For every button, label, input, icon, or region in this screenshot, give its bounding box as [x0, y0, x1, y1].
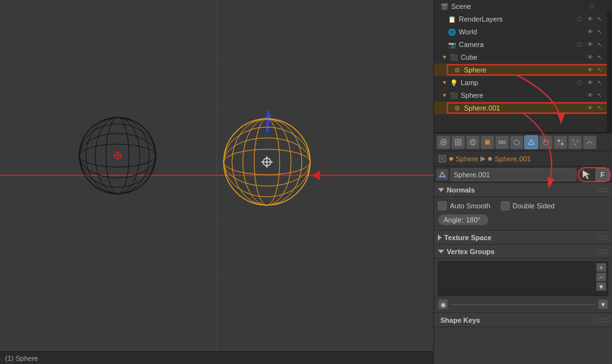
viewport[interactable]: (1) Sphere: [0, 0, 434, 364]
auto-smooth-item[interactable]: Auto Smooth: [438, 201, 491, 210]
eye-icon-sphere001[interactable]: 👁: [585, 104, 594, 112]
cursor-icon-sphere2[interactable]: ↖: [595, 91, 604, 100]
props-btn-particles[interactable]: [568, 135, 582, 149]
outliner-scrollbar[interactable]: [607, 0, 612, 132]
shape-keys-title: Shape Keys: [440, 316, 480, 324]
cube-icon: ⬛: [449, 52, 459, 62]
svg-text:⬡: ⬡: [590, 4, 594, 10]
vertex-groups-header[interactable]: Vertex Groups ::::: [434, 245, 612, 259]
eye-icon-renderlayers[interactable]: 👁: [585, 15, 594, 24]
eye-icon-camera[interactable]: 👁: [585, 40, 594, 49]
outliner-item-world[interactable]: 🌐 World 👁 ↖: [434, 25, 612, 38]
props-btn-data[interactable]: [524, 135, 538, 149]
props-btn-textures[interactable]: [554, 135, 568, 149]
cursor-icon-camera[interactable]: ↖: [595, 40, 604, 49]
vertex-groups-triangle: [438, 250, 444, 253]
outliner-camera-label: Camera: [459, 41, 575, 48]
sphere2-triangle: ▼: [442, 92, 447, 98]
props-btn-world[interactable]: [466, 135, 480, 149]
props-btn-scene[interactable]: [451, 135, 465, 149]
vertex-groups-bottom: ◉ ▼: [438, 299, 608, 310]
grid-line: [0, 222, 433, 223]
icon-camera-extra[interactable]: ⬡: [575, 40, 584, 49]
texture-space-triangle: [438, 234, 442, 241]
auto-smooth-checkbox[interactable]: [438, 201, 447, 210]
grid-line: [324, 0, 325, 364]
sphere001-mesh-icon: ⚙: [452, 103, 462, 113]
blender-logo: ⬡: [584, 0, 612, 11]
eye-icon-cube[interactable]: 👁: [585, 53, 594, 62]
eye-icon-lamp[interactable]: 👁: [585, 78, 594, 87]
angle-field[interactable]: Angle: 180°: [438, 214, 489, 226]
outliner-item-sphere2[interactable]: ▼ ⬛ Sphere 👁 ↖: [434, 89, 612, 102]
grid-line: [0, 64, 433, 64]
cursor-icon-sphere[interactable]: ↖: [595, 65, 604, 74]
svg-rect-25: [456, 140, 459, 144]
breadcrumb-arrow: ▶: [480, 154, 486, 163]
name-field-row: F: [434, 166, 612, 183]
shape-keys-header[interactable]: Shape Keys ::::: [434, 313, 612, 327]
outliner-world-label: World: [459, 28, 585, 36]
vg-funnel-btn[interactable]: ▼: [598, 299, 608, 309]
grid-line: [0, 111, 433, 112]
icon-lamp-extra[interactable]: ⬡: [575, 78, 584, 87]
svg-point-26: [470, 139, 476, 145]
cursor-icon-lamp[interactable]: ↖: [595, 78, 604, 87]
svg-rect-35: [558, 139, 560, 141]
name-input[interactable]: [451, 168, 576, 181]
eye-icon-sphere[interactable]: 👁: [585, 65, 594, 74]
grid-line: [0, 273, 433, 274]
angle-row: Angle: 180°: [438, 212, 608, 227]
svg-rect-36: [561, 139, 563, 141]
svg-point-29: [499, 140, 501, 143]
props-btn-constraints[interactable]: [495, 135, 509, 149]
svg-point-30: [502, 140, 505, 143]
vg-special-btn[interactable]: ▼: [596, 282, 606, 291]
props-btn-render[interactable]: [437, 135, 451, 149]
breadcrumb-icon-3: [488, 155, 492, 163]
eye-icon-world[interactable]: 👁: [585, 27, 594, 36]
normals-section-header[interactable]: Normals ::::: [434, 183, 612, 197]
cursor-icon-world[interactable]: ↖: [595, 27, 604, 36]
texture-space-header[interactable]: Texture Space ::::: [434, 231, 612, 245]
vertex-groups-dots: ::::: [597, 248, 608, 255]
outliner-item-renderlayers[interactable]: 📋 RenderLayers ⬡ 👁 ↖: [434, 13, 612, 25]
angle-value: 180°: [466, 216, 480, 224]
vertex-groups-content: + − ▼ ◉ ▼: [434, 259, 612, 313]
icon-renderlayers-extra[interactable]: ⬡: [575, 15, 584, 24]
outliner-item-camera[interactable]: 📷 Camera ⬡ 👁 ↖: [434, 38, 612, 51]
props-btn-physics[interactable]: [583, 135, 597, 149]
double-sided-checkbox[interactable]: [501, 201, 510, 210]
svg-rect-38: [561, 142, 563, 144]
cursor-icon-cube[interactable]: ↖: [595, 53, 604, 62]
outliner-sphere001-label: Sphere.001: [464, 104, 585, 112]
breadcrumb-sphere-label: Sphere: [456, 155, 478, 163]
angle-label: Angle:: [444, 216, 463, 224]
svg-marker-47: [440, 172, 445, 177]
outliner-sphere2-label: Sphere: [461, 91, 585, 99]
camera-icon: 📷: [447, 39, 457, 50]
viewport-status-text: (1) Sphere: [5, 354, 38, 362]
vg-circle-btn[interactable]: ◉: [438, 299, 448, 309]
outliner-item-sphere[interactable]: ⚙ Sphere 👁 ↖: [434, 64, 612, 76]
svg-point-41: [575, 144, 576, 145]
double-sided-item[interactable]: Double Sided: [501, 201, 555, 210]
outliner-item-cube[interactable]: ▼ ⬛ Cube 👁 ↖: [434, 51, 612, 64]
svg-point-27: [472, 139, 473, 145]
props-btn-modifiers[interactable]: [510, 135, 524, 149]
props-btn-object[interactable]: [480, 135, 494, 149]
svg-point-39: [572, 139, 574, 141]
outliner-sphere-label: Sphere: [464, 66, 585, 74]
texture-space-dots: ::::: [597, 234, 608, 241]
vg-add-btn[interactable]: +: [596, 263, 606, 272]
vg-remove-btn[interactable]: −: [596, 273, 606, 281]
outliner-item-sphere001[interactable]: ⚙ Sphere.001 👁 ↖: [434, 102, 612, 114]
name-btn-f[interactable]: F: [595, 168, 609, 181]
props-btn-materials[interactable]: [539, 135, 553, 149]
cursor-icon-sphere001[interactable]: ↖: [595, 104, 604, 112]
outliner-item-lamp[interactable]: ▼ 💡 Lamp ⬡ 👁 ↖: [434, 76, 612, 89]
outliner[interactable]: ⬡ 🎬 Scene 👁 ↖ 📋 RenderLayers ⬡ 👁 ↖: [434, 0, 612, 133]
eye-icon-sphere2[interactable]: 👁: [585, 91, 594, 100]
svg-point-40: [576, 140, 578, 142]
cursor-icon-renderlayers[interactable]: ↖: [595, 15, 604, 24]
